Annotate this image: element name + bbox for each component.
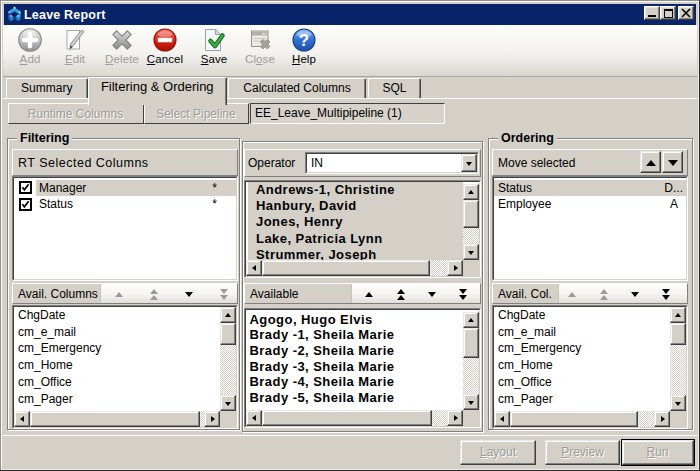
svg-text:?: ? — [299, 31, 309, 50]
